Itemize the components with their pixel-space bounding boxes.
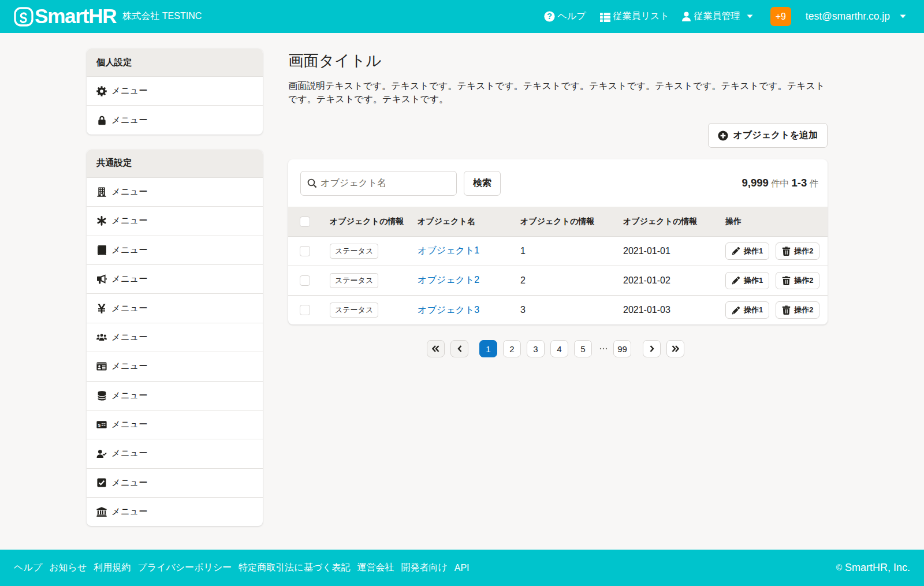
svg-text:$: $ bbox=[98, 423, 101, 428]
svg-text:?: ? bbox=[547, 12, 552, 21]
